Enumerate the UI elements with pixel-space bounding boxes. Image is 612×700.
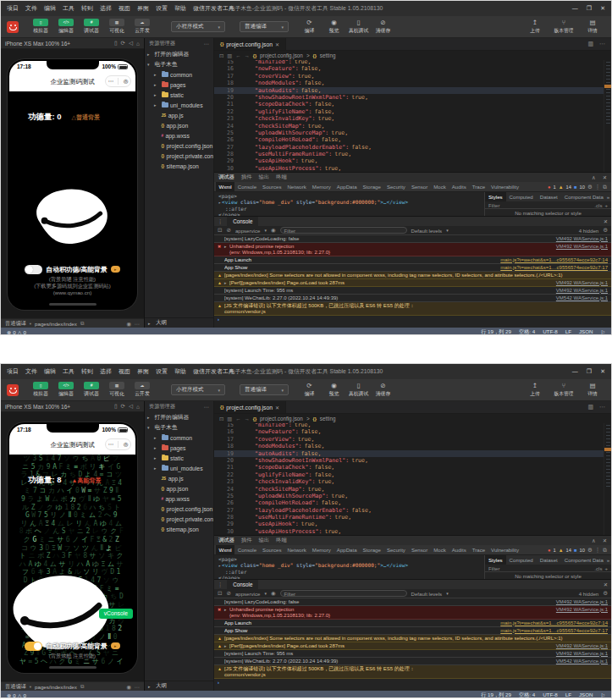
forward-icon[interactable]: → bbox=[245, 416, 250, 422]
toolbar-action-button[interactable]: ⊘ 清缓存 bbox=[372, 19, 394, 35]
levels-select[interactable]: Default levels bbox=[411, 228, 443, 234]
maximize-icon[interactable]: ❐ bbox=[587, 5, 592, 12]
issue-counters[interactable]: ● 1 ▲ 14 ■ 10 ⚙ ⋮ ⧉ bbox=[548, 184, 609, 190]
source-link[interactable]: main.js?t=wechat&s=1…c9556574ecce92c7:14 bbox=[500, 257, 608, 263]
info-badge[interactable]: ▸ bbox=[111, 266, 120, 273]
bell-icon[interactable]: ⚐ bbox=[600, 329, 605, 335]
tree-item[interactable]: ▸ 打开的编辑器 bbox=[145, 49, 213, 59]
source-link[interactable]: main.js?t=wechat&s=1…c9556574ecce92c7:17 bbox=[500, 628, 608, 634]
code-editor[interactable]: 15 "minified": true, 16 "n bbox=[214, 60, 611, 172]
device-selector[interactable]: iPhone XS Max 100% 16+ bbox=[5, 41, 70, 47]
debugger-panel-tab[interactable]: 调试器 bbox=[218, 537, 234, 544]
devtools-tab[interactable]: Security bbox=[383, 182, 408, 191]
device-icon[interactable]: ▯ bbox=[114, 403, 118, 410]
devtools-tab[interactable]: Security bbox=[383, 545, 408, 554]
statusbar-item[interactable]: 行 19，列 29 bbox=[481, 692, 511, 699]
tree-item[interactable]: {} app.json bbox=[145, 120, 213, 130]
more-icon[interactable]: ⋯ bbox=[135, 321, 140, 327]
toolbar-action-button[interactable]: ◉ 预览 bbox=[323, 382, 345, 398]
kebab-icon[interactable]: ⋮ bbox=[218, 581, 223, 587]
bell-icon[interactable]: ⚐ bbox=[600, 692, 605, 698]
panel-icon[interactable]: ⊡ bbox=[218, 590, 222, 597]
problems-indicator[interactable]: ⊗ 0 △ 0 bbox=[7, 329, 26, 335]
styles-tab[interactable]: Component Data bbox=[561, 555, 607, 565]
outline-section[interactable]: ▸ 大纲 bbox=[145, 681, 213, 691]
tree-item[interactable]: ▸ static bbox=[145, 453, 213, 463]
menu-item[interactable]: 微信开发者工具 bbox=[193, 367, 234, 376]
minimize-icon[interactable]: — bbox=[572, 368, 578, 375]
styles-tab[interactable]: Dataset bbox=[537, 192, 561, 201]
statusbar-item[interactable]: LF bbox=[565, 692, 571, 699]
eye-icon[interactable]: ◉ bbox=[126, 321, 130, 327]
tree-item[interactable]: {} project.private.config.js… bbox=[145, 514, 213, 524]
close-icon[interactable]: ✕ bbox=[600, 368, 605, 375]
devtools-tab[interactable]: Mock bbox=[431, 182, 449, 191]
tree-item[interactable]: {} project.config.json bbox=[145, 504, 213, 514]
sound-icon[interactable]: ◁ bbox=[129, 40, 133, 47]
wxml-tree[interactable]: <page> ▸<view class="home _div" style="b… bbox=[214, 555, 484, 579]
more-icon[interactable]: ⋯ bbox=[135, 684, 140, 690]
devtools-tab[interactable]: Wxml bbox=[216, 182, 234, 191]
source-link[interactable]: VM492 WAService.js:1 bbox=[556, 236, 608, 242]
devtools-tab[interactable]: Memory bbox=[309, 545, 334, 554]
toolbar-action-button[interactable]: ▯ 真机调试 bbox=[347, 382, 370, 398]
styles-tab[interactable]: Component Data bbox=[561, 192, 607, 201]
source-link[interactable]: VM492 WAService.js:1 bbox=[556, 288, 608, 294]
maximize-icon[interactable]: ❐ bbox=[587, 368, 592, 375]
panel-toggle[interactable]: ▯ 模拟器 bbox=[30, 382, 52, 398]
expand-icon[interactable]: ▸ bbox=[218, 200, 221, 205]
bookmark-icon[interactable]: ▥ bbox=[227, 52, 232, 58]
source-link[interactable]: VM492 WAService.js:1 bbox=[556, 607, 608, 613]
statusbar-item[interactable]: 空格: 4 bbox=[519, 328, 535, 336]
tree-item[interactable]: {} project.private.config.js… bbox=[145, 151, 213, 161]
dock-icon[interactable]: ⧉ bbox=[603, 547, 607, 554]
tree-item[interactable]: ▸ pages bbox=[145, 443, 213, 453]
styles-tab[interactable]: Styles bbox=[485, 192, 506, 201]
debugger-panel-tab[interactable]: 调试器 bbox=[218, 174, 234, 181]
menu-item[interactable]: 选择 bbox=[100, 4, 112, 13]
wechat-capsule[interactable]: ⋯ ◎ bbox=[105, 75, 131, 87]
breadcrumb-file[interactable]: project.config.json bbox=[260, 416, 303, 422]
home-icon[interactable]: ⌂ bbox=[136, 41, 140, 47]
compile-select[interactable]: 普通编译 ▾ bbox=[240, 384, 289, 395]
menu-item[interactable]: 微信开发者工具 bbox=[193, 4, 234, 13]
publish-action-button[interactable]: ▤ 详情 bbox=[580, 19, 605, 35]
plus-icon[interactable]: + bbox=[604, 565, 608, 571]
toolbar-action-button[interactable]: ⊘ 清缓存 bbox=[372, 382, 394, 398]
panel-toggle[interactable]: ▯ 模拟器 bbox=[30, 19, 52, 35]
source-link[interactable]: main.js?t=wechat&s=1…c9556574ecce92c7:14 bbox=[500, 620, 608, 626]
menu-item[interactable]: 帮助 bbox=[174, 367, 186, 376]
user-avatar[interactable] bbox=[7, 21, 19, 33]
publish-action-button[interactable]: ⑂ 版本管理 bbox=[551, 19, 576, 35]
menu-item[interactable]: 文件 bbox=[25, 367, 37, 376]
devtools-tab[interactable]: Mock bbox=[431, 545, 449, 554]
devtools-tab[interactable]: AppData bbox=[334, 182, 360, 191]
close-icon[interactable]: ✕ bbox=[604, 218, 608, 224]
menu-item[interactable]: 转到 bbox=[81, 367, 93, 376]
devtools-tab[interactable]: Vulnerability bbox=[488, 182, 522, 191]
sound-icon[interactable]: ◁ bbox=[129, 403, 133, 410]
menu-item[interactable]: 工具 bbox=[63, 4, 74, 13]
back-icon[interactable]: ← bbox=[235, 52, 240, 58]
menu-item[interactable]: 转到 bbox=[81, 4, 93, 13]
eye-icon[interactable]: ◉ bbox=[126, 684, 130, 690]
styles-tab[interactable]: Computed bbox=[506, 555, 537, 565]
debugger-panel-tab[interactable]: 输出 bbox=[258, 537, 269, 544]
panel-toggle[interactable]: ☁ 云开发 bbox=[131, 19, 153, 35]
console-log-list[interactable]: ▸ [system] LazyCodeLoading: false VM492 … bbox=[214, 598, 611, 691]
wxml-line[interactable]: ▸<view class="home _div" style="backgrou… bbox=[218, 562, 480, 569]
wxml-tree[interactable]: <page> ▸<view class="home _div" style="b… bbox=[214, 192, 484, 216]
source-link[interactable]: VM492 WAService.js:1 bbox=[556, 643, 608, 649]
tree-item[interactable]: {} sitemap.json bbox=[145, 161, 213, 171]
tree-item[interactable]: {} project.config.json bbox=[145, 141, 213, 151]
clear-console-icon[interactable]: ⊘ bbox=[226, 227, 230, 234]
forward-icon[interactable]: → bbox=[245, 52, 250, 58]
back-icon[interactable]: ← bbox=[235, 416, 240, 422]
close-icon[interactable]: ✕ bbox=[275, 405, 279, 411]
hidden-count[interactable]: 4 hidden bbox=[579, 228, 598, 234]
tree-item[interactable]: {} app.json bbox=[145, 483, 213, 493]
console-tab[interactable]: Console bbox=[227, 580, 258, 589]
split-editor-icon[interactable]: ▥ bbox=[587, 404, 593, 411]
auto-merit-toggle[interactable] bbox=[25, 265, 42, 274]
more-icon[interactable]: ⋯ bbox=[108, 441, 114, 448]
